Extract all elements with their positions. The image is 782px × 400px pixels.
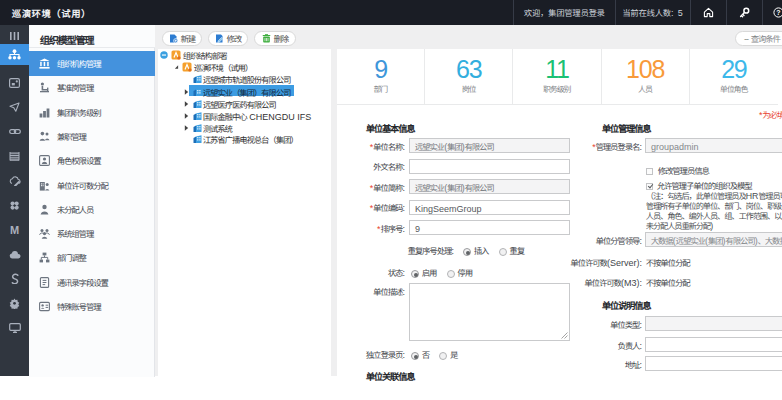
svg-text:?: ?	[776, 9, 780, 16]
